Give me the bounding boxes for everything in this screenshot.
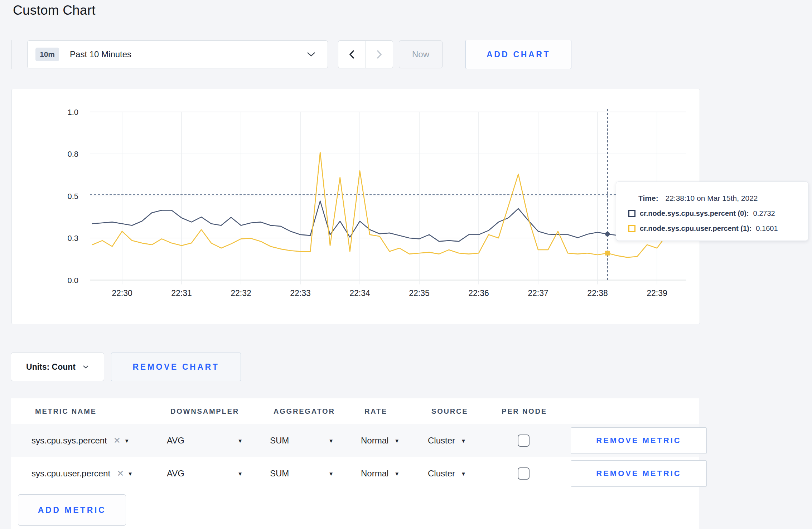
metrics-table: METRIC NAME DOWNSAMPLER AGGREGATOR RATE … (11, 398, 699, 529)
x-axis-label: 22:35 (409, 288, 430, 298)
caret-down-icon: ▼ (328, 438, 334, 443)
metric-name-select[interactable]: sys.cpu.user.percent ✕ ▼ (21, 469, 156, 479)
sys-percent-line (92, 201, 677, 242)
tooltip-series-row: cr.node.sys.cpu.user.percent (1): 0.1601 (628, 224, 808, 233)
caret-down-icon: ▼ (237, 438, 243, 443)
y-axis-label: 1.0 (67, 108, 78, 117)
aggregator-select[interactable]: SUM ▼ (259, 469, 350, 479)
metric-row: sys.cpu.sys.percent ✕ ▼ AVG ▼ SUM ▼ Norm… (11, 424, 699, 457)
x-axis-label: 22:37 (528, 288, 548, 298)
metric-name-select[interactable]: sys.cpu.sys.percent ✕ ▼ (21, 436, 156, 446)
downsampler-value: AVG (167, 436, 184, 446)
time-range-label: Past 10 Minutes (70, 49, 131, 59)
col-header-rate: RATE (350, 407, 417, 416)
y-axis-label: 0.0 (67, 276, 78, 285)
rate-select[interactable]: Normal ▼ (350, 469, 417, 479)
custom-chart-page: Custom Chart 10m Past 10 Minutes Now ADD… (0, 0, 812, 529)
tooltip-series-label: cr.node.sys.cpu.user.percent (1): (640, 224, 751, 233)
tooltip-series-value: 0.2732 (753, 209, 775, 218)
col-header-downsampler: DOWNSAMPLER (156, 407, 259, 416)
x-axis-label: 22:32 (231, 288, 251, 298)
col-header-metric-name: METRIC NAME (21, 407, 156, 416)
user-hover-marker (605, 251, 610, 256)
user-percent-line (92, 152, 677, 257)
caret-down-icon: ▼ (394, 471, 400, 476)
caret-down-icon: ▼ (124, 438, 130, 443)
toolbar-divider (11, 40, 11, 69)
aggregator-value: SUM (270, 469, 289, 479)
y-axis-label: 0.5 (67, 192, 78, 201)
tooltip-series-row: cr.node.sys.cpu.sys.percent (0): 0.2732 (628, 209, 808, 218)
caret-down-icon: ▼ (394, 438, 400, 443)
tooltip-series-value: 0.1601 (756, 224, 778, 233)
sys-series-swatch-icon (628, 210, 635, 217)
next-time-button[interactable] (366, 41, 393, 68)
x-axis-label: 22:34 (349, 288, 370, 298)
now-button[interactable]: Now (399, 40, 443, 68)
caret-down-icon: ▼ (461, 471, 466, 476)
rate-select[interactable]: Normal ▼ (350, 436, 417, 446)
x-axis-label: 22:31 (171, 288, 192, 298)
aggregator-select[interactable]: SUM ▼ (259, 436, 350, 446)
source-value: Cluster (428, 469, 455, 479)
add-metric-button[interactable]: ADD METRIC (18, 494, 126, 526)
x-axis-label: 22:38 (587, 288, 608, 298)
clear-metric-icon[interactable]: ✕ (117, 469, 124, 479)
x-axis-label: 22:33 (290, 288, 311, 298)
col-header-source: SOURCE (417, 407, 487, 416)
x-axis-label: 22:30 (112, 288, 132, 298)
tooltip-time-label: Time: (638, 194, 658, 202)
user-series-swatch-icon (628, 225, 635, 232)
clear-metric-icon[interactable]: ✕ (113, 436, 121, 446)
col-header-per-node: PER NODE (487, 407, 560, 416)
tooltip-time-row: Time: 22:38:10 on Mar 15th, 2022 (638, 194, 808, 203)
units-label: Units: Count (26, 362, 76, 372)
caret-down-icon: ▼ (328, 471, 334, 476)
rate-value: Normal (361, 469, 388, 479)
page-title: Custom Chart (13, 3, 96, 18)
chevron-down-icon (307, 52, 315, 57)
prev-time-button[interactable] (338, 41, 366, 68)
tooltip-time-value: 22:38:10 on Mar 15th, 2022 (665, 194, 758, 202)
time-scale-badge: 10m (35, 48, 59, 61)
downsampler-select[interactable]: AVG ▼ (156, 469, 259, 479)
source-select[interactable]: Cluster ▼ (417, 469, 487, 479)
per-node-checkbox[interactable] (518, 435, 530, 447)
chevron-left-icon (349, 50, 355, 59)
chart-tooltip: Time: 22:38:10 on Mar 15th, 2022 cr.node… (616, 181, 808, 241)
y-axis-label: 0.8 (67, 150, 78, 159)
units-select[interactable]: Units: Count (11, 353, 104, 381)
remove-metric-button[interactable]: REMOVE METRIC (571, 427, 707, 454)
rate-value: Normal (361, 436, 388, 446)
col-header-aggregator: AGGREGATOR (259, 407, 350, 416)
sys-hover-marker (605, 232, 610, 237)
x-axis-label: 22:36 (468, 288, 489, 298)
time-pager (338, 40, 393, 68)
chevron-down-icon (83, 365, 89, 369)
source-select[interactable]: Cluster ▼ (417, 436, 487, 446)
chart-card: 0.00.30.50.81.022:3022:3122:3222:3322:34… (11, 89, 700, 324)
metric-name-value: sys.cpu.user.percent (32, 469, 110, 479)
x-axis-label: 22:39 (647, 288, 667, 298)
caret-down-icon: ▼ (237, 471, 243, 476)
metric-name-value: sys.cpu.sys.percent (32, 436, 107, 446)
tooltip-series-label: cr.node.sys.cpu.sys.percent (0): (640, 209, 749, 218)
source-value: Cluster (428, 436, 455, 446)
remove-metric-button[interactable]: REMOVE METRIC (571, 460, 707, 487)
metrics-table-header: METRIC NAME DOWNSAMPLER AGGREGATOR RATE … (11, 398, 699, 424)
caret-down-icon: ▼ (461, 438, 466, 443)
y-axis-label: 0.3 (67, 234, 78, 243)
per-node-checkbox[interactable] (518, 467, 530, 480)
downsampler-value: AVG (167, 469, 184, 479)
timeseries-chart[interactable]: 0.00.30.50.81.022:3022:3122:3222:3322:34… (12, 89, 700, 324)
caret-down-icon: ▼ (127, 471, 133, 476)
aggregator-value: SUM (270, 436, 289, 446)
downsampler-select[interactable]: AVG ▼ (156, 436, 259, 446)
time-range-select[interactable]: 10m Past 10 Minutes (27, 40, 328, 68)
chevron-right-icon (376, 50, 382, 59)
add-chart-button[interactable]: ADD CHART (465, 40, 571, 69)
metric-row: sys.cpu.user.percent ✕ ▼ AVG ▼ SUM ▼ Nor… (11, 457, 699, 490)
remove-chart-button[interactable]: REMOVE CHART (111, 353, 241, 381)
